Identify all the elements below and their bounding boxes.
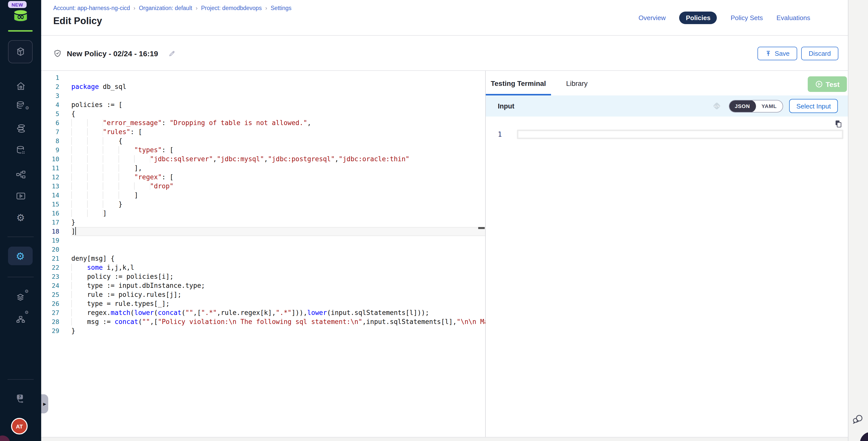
code-line[interactable]: 2package db_sql xyxy=(41,83,485,91)
sidebar-item-default-settings[interactable]: ⚙ xyxy=(0,290,41,303)
play-rect-icon xyxy=(15,191,26,201)
code-line[interactable]: 22 some i,j,k,l xyxy=(41,263,485,272)
code-line[interactable]: 26 type = rule.types[_]; xyxy=(41,300,485,308)
corner-widget-sliver xyxy=(0,436,10,441)
breadcrumb-organization[interactable]: Organization: default xyxy=(139,5,192,11)
help-chat-icon: ? xyxy=(15,393,26,404)
sidebar-nav: NEW ∞ xyxy=(0,0,41,441)
code-line[interactable]: 27 regex.match(lower(concat("",[".*",rul… xyxy=(41,308,485,317)
db-devops-logo-icon[interactable]: ∞ xyxy=(12,8,29,24)
pipeline-flow-icon xyxy=(15,169,26,180)
input-label: Input xyxy=(498,102,515,110)
line-number: 14 xyxy=(41,191,71,200)
breadcrumb-account[interactable]: Account: app-harness-ng-cicd xyxy=(53,5,130,11)
code-line[interactable]: 12 "regex": [ xyxy=(41,173,485,182)
sidebar-item-executions[interactable] xyxy=(0,190,41,202)
line-number: 5 xyxy=(41,109,71,119)
sidebar-item-help[interactable]: ? xyxy=(0,392,41,404)
format-json-selected[interactable]: JSON xyxy=(729,100,756,112)
code-line[interactable]: 3 xyxy=(41,91,485,100)
toolbar-right: Save Discard xyxy=(758,36,838,70)
code-line[interactable]: 28 msg := concat("",["Policy violation:\… xyxy=(41,317,485,326)
sidebar-item-db-instances[interactable]: ⚙ xyxy=(0,99,41,112)
test-button[interactable]: Test xyxy=(808,76,847,92)
breadcrumb: Account: app-harness-ng-cicd › Organizat… xyxy=(53,5,291,11)
sidebar-item-configure[interactable]: ⚙ xyxy=(0,212,41,223)
gear-badge-icon: ⚙ xyxy=(25,310,29,315)
tab-evaluations[interactable]: Evaluations xyxy=(777,14,810,22)
code-line[interactable]: 7 "rules": [ xyxy=(41,128,485,137)
code-line[interactable]: 24 type := input.dbInstance.type; xyxy=(41,281,485,290)
code-line[interactable]: 16 ] xyxy=(41,209,485,218)
select-input-button[interactable]: Select Input xyxy=(789,99,838,113)
policy-code-editor[interactable]: 12package db_sql34policies := [5{6 "erro… xyxy=(41,71,485,437)
breadcrumb-settings[interactable]: Settings xyxy=(271,5,291,11)
terminal-line-number: 1 xyxy=(486,130,502,139)
policy-nav-tabs: Overview Policies Policy Sets Evaluation… xyxy=(639,11,810,24)
discard-button[interactable]: Discard xyxy=(801,46,838,60)
sidebar-item-settings-active[interactable]: ⚙ xyxy=(8,247,33,265)
code-line[interactable]: 15 } xyxy=(41,200,485,209)
tab-testing-terminal[interactable]: Testing Terminal xyxy=(491,79,546,87)
format-yaml[interactable]: YAML xyxy=(755,103,783,109)
cube-icon xyxy=(15,46,26,57)
code-line[interactable]: 25 rule := policy.rules[j]; xyxy=(41,290,485,300)
save-button[interactable]: Save xyxy=(758,46,797,60)
code-line[interactable]: 23 policy := policies[i]; xyxy=(41,272,485,281)
code-line[interactable]: 20 xyxy=(41,245,485,254)
code-line[interactable]: 6 "error_message": "Dropping of table is… xyxy=(41,119,485,128)
gear-active-icon: ⚙ xyxy=(16,251,25,261)
code-line[interactable]: 13 "drop" xyxy=(41,182,485,191)
svg-text:?: ? xyxy=(19,395,21,399)
line-number: 26 xyxy=(41,300,71,308)
code-line[interactable]: 29} xyxy=(41,326,485,336)
line-number: 17 xyxy=(41,218,71,227)
line-number: 4 xyxy=(41,100,71,109)
line-number: 22 xyxy=(41,263,71,272)
chat-bubbles-icon[interactable] xyxy=(851,413,864,426)
tab-library[interactable]: Library xyxy=(566,79,588,87)
sidebar-divider xyxy=(7,379,34,380)
database-stack-icon xyxy=(15,123,26,134)
page-title: Edit Policy xyxy=(53,15,102,27)
copy-icon[interactable] xyxy=(834,120,842,128)
code-line[interactable]: 14 ] xyxy=(41,191,485,200)
edit-pencil-icon[interactable] xyxy=(168,50,176,57)
tab-policy-sets[interactable]: Policy Sets xyxy=(731,14,763,22)
code-line[interactable]: 9 "types": [ xyxy=(41,146,485,155)
tab-policies-active[interactable]: Policies xyxy=(679,11,717,24)
sidebar-item-governance[interactable]: ⚙ xyxy=(0,311,41,323)
code-line[interactable]: 18] xyxy=(41,227,485,236)
code-line[interactable]: 1 xyxy=(41,73,485,83)
sidebar-item-pipelines[interactable] xyxy=(0,168,41,180)
layers-gear-icon xyxy=(15,291,26,302)
line-number: 6 xyxy=(41,119,71,128)
user-avatar[interactable]: AT xyxy=(11,418,28,435)
gear-badge-icon: ⚙ xyxy=(25,106,29,111)
code-line[interactable]: 8 { xyxy=(41,137,485,146)
code-line[interactable]: 21deny[msg] { xyxy=(41,254,485,263)
gear-icon: ⚙ xyxy=(16,213,25,222)
tab-overview[interactable]: Overview xyxy=(639,14,665,22)
code-line[interactable]: 19 xyxy=(41,236,485,245)
breadcrumb-project[interactable]: Project: demodbdevops xyxy=(201,5,262,11)
sidebar-item-home[interactable] xyxy=(0,80,41,92)
sidebar-item-db-library[interactable] xyxy=(0,144,41,156)
code-line[interactable]: 17} xyxy=(41,218,485,227)
line-number: 15 xyxy=(41,200,71,209)
line-number: 1 xyxy=(41,73,71,83)
code-line[interactable]: 10 "jdbc:sqlserver","jdbc:mysql","jdbc:p… xyxy=(41,155,485,164)
terminal-input-line[interactable] xyxy=(517,130,843,139)
line-number: 8 xyxy=(41,137,71,146)
sidebar-item-module[interactable] xyxy=(8,40,33,63)
database-dots-icon xyxy=(15,145,26,155)
svg-text:∞: ∞ xyxy=(17,11,24,22)
code-line[interactable]: 5{ xyxy=(41,109,485,119)
sidebar-item-db-schemas[interactable] xyxy=(0,123,41,135)
breadcrumb-separator: › xyxy=(192,5,201,11)
format-toggle[interactable]: JSON YAML xyxy=(729,100,783,112)
new-badge: NEW xyxy=(8,1,27,8)
code-line[interactable]: 11 ], xyxy=(41,164,485,173)
sidebar-expand-handle[interactable]: ▶ xyxy=(41,394,48,413)
code-line[interactable]: 4policies := [ xyxy=(41,100,485,109)
